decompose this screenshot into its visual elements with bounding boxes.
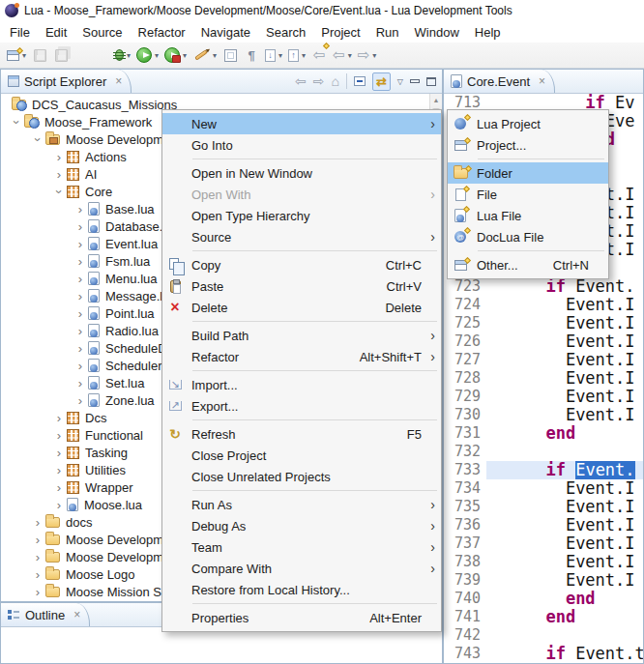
chevron-icon[interactable]: ›: [73, 273, 88, 285]
menu-item-project[interactable]: Project...: [448, 134, 608, 156]
menu-help[interactable]: Help: [467, 23, 509, 42]
external-tools-button[interactable]: ▾: [190, 44, 219, 67]
menu-item-folder[interactable]: Folder: [448, 162, 608, 184]
menu-item-export[interactable]: ↗ Export...: [162, 395, 441, 417]
menu-item-refactor[interactable]: Refactor Alt+Shift+T ›: [162, 346, 441, 367]
code-text[interactable]: Event.I: [486, 479, 643, 498]
next-annotation-button[interactable]: ↓▾: [263, 44, 284, 67]
code-text[interactable]: end: [486, 608, 643, 626]
menu-item-delete[interactable]: × Delete Delete: [162, 297, 441, 318]
menu-project[interactable]: Project: [313, 23, 367, 42]
chevron-icon[interactable]: ›: [73, 325, 88, 337]
chevron-icon[interactable]: ›: [30, 586, 45, 598]
code-text[interactable]: Event.I: [486, 332, 643, 351]
chevron-icon[interactable]: ›: [51, 412, 67, 424]
code-text[interactable]: Event.I: [486, 388, 643, 406]
chevron-icon[interactable]: ›: [51, 464, 67, 476]
chevron-icon[interactable]: ›: [73, 342, 88, 355]
menu-window[interactable]: Window: [407, 23, 467, 42]
show-whitespace-button[interactable]: ¶: [242, 44, 261, 67]
menu-item-source[interactable]: Source ›: [162, 226, 441, 247]
chevron-icon[interactable]: ›: [73, 377, 88, 390]
chevron-icon[interactable]: ›: [73, 360, 88, 372]
dropdown-arrow-icon[interactable]: ▾: [127, 51, 131, 60]
tab-core-event[interactable]: Core.Event ×: [444, 70, 555, 93]
menu-item-close-unrelated-projects[interactable]: Close Unrelated Projects: [162, 466, 441, 487]
menu-item-copy[interactable]: Copy Ctrl+C: [162, 254, 441, 275]
close-icon[interactable]: ×: [539, 74, 545, 88]
menu-item-other[interactable]: Other... Ctrl+N: [448, 254, 608, 275]
chevron-icon[interactable]: ›: [73, 220, 88, 233]
chevron-icon[interactable]: ›: [30, 516, 45, 529]
chevron-icon[interactable]: ›: [51, 168, 67, 181]
menu-item-close-project[interactable]: Close Project: [162, 445, 441, 466]
code-text[interactable]: Event.I: [486, 351, 643, 369]
up-icon[interactable]: ⌂: [331, 74, 338, 88]
chevron-icon[interactable]: ›: [73, 394, 88, 407]
menu-run[interactable]: Run: [368, 23, 407, 42]
chevron-icon[interactable]: ›: [51, 429, 67, 442]
menu-item-import[interactable]: ↘ Import...: [162, 374, 441, 395]
chevron-icon[interactable]: ›: [53, 184, 66, 199]
code-text[interactable]: Event.I: [486, 296, 643, 314]
chevron-icon[interactable]: ›: [73, 255, 88, 268]
code-text[interactable]: Event.I: [486, 516, 643, 534]
collapse-all-icon[interactable]: [354, 76, 366, 86]
chevron-icon[interactable]: ›: [73, 307, 88, 320]
menu-item-open-in-new-window[interactable]: Open in New Window: [162, 162, 441, 184]
code-text[interactable]: Event.I: [486, 571, 643, 590]
view-menu-icon[interactable]: ▽: [397, 77, 403, 86]
menu-item-refresh[interactable]: ↻ Refresh F5: [162, 423, 441, 445]
chevron-icon[interactable]: ›: [51, 499, 67, 511]
menu-search[interactable]: Search: [258, 23, 313, 42]
menu-item-doclua-file[interactable]: @ DocLua File: [448, 226, 608, 247]
previous-annotation-button[interactable]: ↑▾: [286, 44, 307, 67]
code-text[interactable]: Event.I: [486, 406, 643, 424]
menu-item-lua-project[interactable]: Lua Project: [448, 113, 608, 134]
menu-item-compare-with[interactable]: Compare With ›: [162, 558, 441, 579]
menu-item-file[interactable]: File: [448, 184, 608, 205]
scroll-up-icon[interactable]: ▲: [430, 94, 442, 106]
forward-button[interactable]: ⇨▾: [356, 44, 379, 67]
menu-edit[interactable]: Edit: [38, 23, 74, 42]
chevron-icon[interactable]: ›: [51, 151, 67, 163]
chevron-icon[interactable]: ›: [73, 238, 88, 250]
run-button[interactable]: ▾: [134, 44, 161, 67]
menu-item-restore-from-local-history[interactable]: Restore from Local History...: [162, 579, 441, 600]
link-with-editor-icon[interactable]: ⇄: [372, 72, 391, 91]
code-text[interactable]: [486, 626, 643, 645]
chevron-icon[interactable]: ›: [11, 114, 23, 130]
menu-item-properties[interactable]: Properties Alt+Enter: [162, 607, 441, 628]
menu-item-go-into[interactable]: Go Into: [162, 134, 441, 156]
menu-item-run-as[interactable]: Run As ›: [162, 494, 441, 515]
last-edit-location-button[interactable]: ⇦: [309, 44, 329, 67]
close-icon[interactable]: ×: [115, 74, 122, 88]
dropdown-arrow-icon[interactable]: ▾: [155, 51, 159, 60]
chevron-icon[interactable]: ›: [51, 481, 67, 494]
code-text[interactable]: Event.I: [486, 534, 643, 553]
menu-source[interactable]: Source: [74, 23, 130, 42]
chevron-icon[interactable]: ›: [30, 551, 45, 563]
menu-item-lua-file[interactable]: Lua File: [448, 205, 608, 226]
chevron-icon[interactable]: ›: [73, 290, 88, 303]
code-text[interactable]: if Event.ta: [486, 645, 643, 663]
new-wizard-button[interactable]: ▾: [5, 44, 28, 67]
run-coverage-button[interactable]: ▾: [162, 44, 189, 67]
menu-item-build-path[interactable]: Build Path ›: [162, 325, 441, 346]
forward-icon[interactable]: ⇨: [313, 74, 325, 88]
code-text[interactable]: Event.I: [486, 498, 643, 516]
menu-file[interactable]: File: [2, 23, 38, 42]
menu-refactor[interactable]: Refactor: [131, 23, 193, 42]
menu-item-team[interactable]: Team ›: [162, 536, 441, 558]
chevron-icon[interactable]: ›: [51, 447, 67, 459]
dropdown-arrow-icon[interactable]: ▾: [372, 51, 376, 60]
dropdown-arrow-icon[interactable]: ▾: [213, 51, 217, 60]
dropdown-arrow-icon[interactable]: ▾: [183, 51, 187, 60]
maximize-icon[interactable]: [426, 77, 436, 86]
debug-button[interactable]: ▾: [113, 44, 132, 67]
dropdown-arrow-icon[interactable]: ▾: [278, 51, 282, 60]
tab-script-explorer[interactable]: Script Explorer ×: [1, 70, 132, 93]
code-text[interactable]: Event.I: [486, 314, 643, 332]
code-text[interactable]: end: [486, 424, 643, 443]
code-text[interactable]: Event.I: [486, 369, 643, 388]
